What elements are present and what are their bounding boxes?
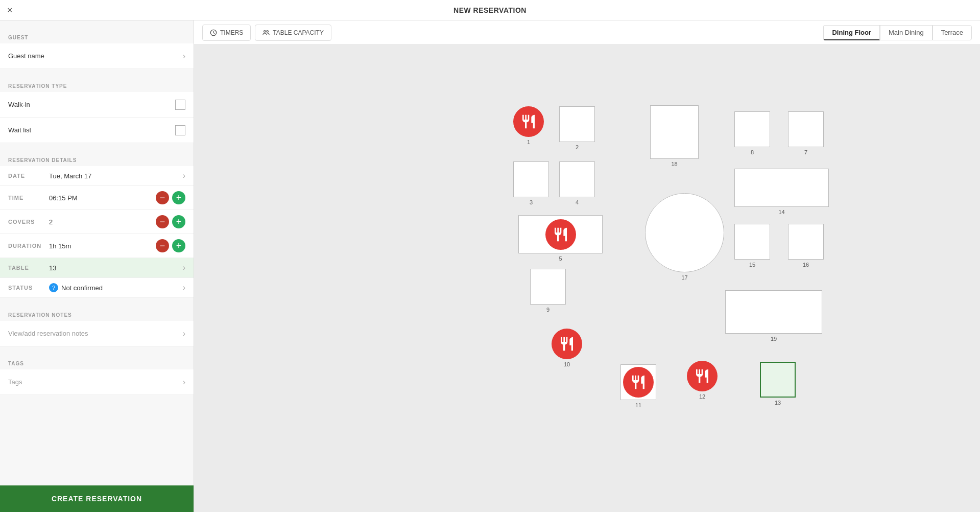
table-item-4[interactable]: 4	[559, 161, 595, 205]
table-item-18[interactable]: 18	[650, 105, 699, 167]
notes-row[interactable]: View/add reservation notes ›	[0, 321, 194, 346]
table-shape-3	[513, 161, 549, 197]
table-item-15[interactable]: 15	[734, 224, 770, 268]
spacer5	[0, 346, 194, 355]
table-item-7[interactable]: 7	[788, 111, 824, 155]
covers-row: COVERS 2 − +	[0, 210, 194, 234]
duration-row: DURATION 1h 15m − +	[0, 234, 194, 258]
duration-minus-button[interactable]: −	[156, 239, 169, 252]
time-label: TIME	[8, 195, 49, 201]
table-label-10: 10	[564, 361, 570, 367]
close-button[interactable]: ×	[7, 5, 13, 15]
table-item-16[interactable]: 16	[788, 224, 824, 268]
reservation-type-label: RESERVATION TYPE	[0, 77, 194, 92]
table-label-3: 3	[530, 199, 533, 205]
table-shape-16	[788, 224, 824, 260]
timers-label: TIMERS	[220, 29, 243, 36]
svg-point-2	[267, 30, 269, 32]
covers-value: 2	[49, 218, 153, 226]
time-plus-button[interactable]: +	[172, 191, 185, 204]
table-item-5[interactable]: 5	[518, 215, 603, 262]
spacer	[0, 20, 194, 29]
view-tabs: Dining Floor Main Dining Terrace	[823, 25, 972, 40]
notes-section-label: RESERVATION NOTES	[0, 306, 194, 321]
table-shape-17	[645, 193, 724, 272]
table-label: TABLE	[8, 265, 49, 271]
table-label-19: 19	[771, 336, 777, 342]
wait-list-row[interactable]: Wait list	[0, 118, 194, 143]
walk-in-label: Walk-in	[8, 101, 175, 108]
time-value: 06:15 PM	[49, 194, 153, 202]
notes-chevron: ›	[183, 329, 185, 338]
people-icon	[262, 29, 270, 36]
status-icon: ?	[49, 283, 58, 292]
table-item-10[interactable]: 10	[552, 329, 582, 367]
sidebar: GUEST Guest name › RESERVATION TYPE Walk…	[0, 20, 194, 512]
main-content: GUEST Guest name › RESERVATION TYPE Walk…	[0, 20, 980, 512]
app-container: × NEW RESERVATION GUEST Guest name › RES…	[0, 0, 980, 512]
table-label-14: 14	[778, 209, 784, 215]
table-shape-15	[734, 224, 770, 260]
date-row[interactable]: DATE Tue, March 17 ›	[0, 166, 194, 186]
table-item-1[interactable]: 1	[513, 106, 544, 145]
table-label-13: 13	[775, 400, 781, 406]
duration-plus-button[interactable]: +	[172, 239, 185, 252]
covers-plus-button[interactable]: +	[172, 215, 185, 228]
occupied-icon-5	[553, 226, 569, 243]
table-label-16: 16	[803, 262, 809, 268]
table-label-8: 8	[751, 149, 754, 155]
table-label-18: 18	[671, 161, 677, 167]
table-occupied-12	[687, 361, 718, 391]
time-row[interactable]: TIME 06:15 PM − +	[0, 186, 194, 210]
table-row[interactable]: TABLE 13 ›	[0, 258, 194, 278]
date-value: Tue, March 17	[49, 172, 183, 180]
timers-button[interactable]: TIMERS	[202, 25, 251, 41]
table-item-3[interactable]: 3	[513, 161, 549, 205]
table-label-12: 12	[699, 393, 705, 400]
table-shape-5	[518, 215, 603, 253]
wait-list-checkbox[interactable]	[175, 125, 185, 135]
occupied-icon-1	[520, 113, 537, 130]
guest-name-row[interactable]: Guest name ›	[0, 43, 194, 69]
occupied-icon-12	[694, 368, 710, 384]
wait-list-label: Wait list	[8, 126, 175, 134]
table-label-9: 9	[546, 307, 549, 313]
spacer2	[0, 69, 194, 77]
duration-value: 1h 15m	[49, 242, 153, 250]
tags-chevron: ›	[183, 378, 185, 387]
tab-main-dining[interactable]: Main Dining	[880, 25, 933, 40]
tab-terrace[interactable]: Terrace	[933, 25, 972, 40]
date-label: DATE	[8, 173, 49, 179]
status-row[interactable]: STATUS ? Not confirmed ›	[0, 278, 194, 298]
table-shape-9	[530, 269, 566, 305]
walk-in-row[interactable]: Walk-in	[0, 92, 194, 118]
table-item-13[interactable]: 13	[760, 362, 796, 406]
create-reservation-button[interactable]: CREATE RESERVATION	[0, 485, 194, 512]
table-shape-2	[559, 106, 595, 142]
tab-dining-floor[interactable]: Dining Floor	[823, 25, 880, 40]
table-shape-13	[760, 362, 796, 398]
time-minus-button[interactable]: −	[156, 191, 169, 204]
table-item-12[interactable]: 12	[687, 361, 718, 400]
duration-label: DURATION	[8, 243, 49, 249]
tags-row[interactable]: Tags ›	[0, 369, 194, 395]
table-item-11[interactable]: 11	[620, 364, 656, 408]
table-label-4: 4	[576, 199, 579, 205]
table-shape-7	[788, 111, 824, 147]
table-occupied-10	[552, 329, 582, 359]
table-label-11: 11	[635, 402, 641, 408]
table-item-17[interactable]: 17	[645, 193, 724, 281]
table-item-9[interactable]: 9	[530, 269, 566, 313]
occupied-icon-11	[630, 374, 647, 390]
table-capacity-button[interactable]: TABLE CAPACITY	[255, 25, 331, 41]
table-item-2[interactable]: 2	[559, 106, 595, 150]
notes-placeholder: View/add reservation notes	[8, 330, 183, 337]
table-item-19[interactable]: 19	[725, 290, 822, 342]
floor-toolbar: TIMERS TABLE CAPACITY Dining Floor Main …	[194, 20, 980, 45]
walk-in-checkbox[interactable]	[175, 100, 185, 110]
covers-minus-button[interactable]: −	[156, 215, 169, 228]
table-item-8[interactable]: 8	[734, 111, 770, 155]
table-capacity-label: TABLE CAPACITY	[273, 29, 324, 36]
table-shape-11	[620, 364, 656, 400]
table-item-14[interactable]: 14	[734, 169, 829, 215]
